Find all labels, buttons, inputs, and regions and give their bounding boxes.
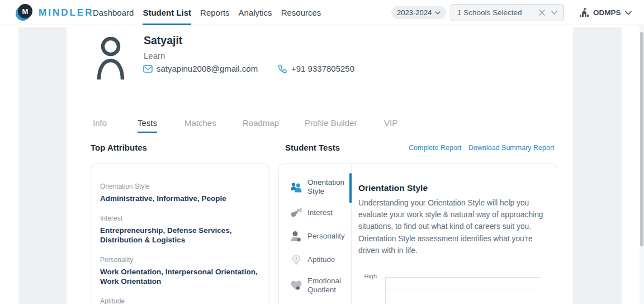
test-nav-orientation-style[interactable]: Orientation Style <box>279 173 351 201</box>
attribute-label: Aptitude <box>100 297 260 304</box>
student-avatar <box>96 35 125 79</box>
test-nav-label: Orientation Style <box>307 178 351 196</box>
attribute-aptitude: Aptitude <box>100 297 260 304</box>
chevron-down-icon <box>435 11 441 15</box>
test-nav-aptitude[interactable]: Aptitude <box>279 248 351 272</box>
test-detail-panel: Orientation Style Understanding your Ori… <box>358 183 548 304</box>
attribute-label: Orientation Style <box>100 183 260 190</box>
person-icon <box>290 231 302 242</box>
account-label: ODMPS <box>593 8 621 17</box>
tab-info[interactable]: Info <box>93 115 107 133</box>
chart-gridline <box>385 289 541 289</box>
chart-gridline <box>385 301 541 301</box>
logo-letter: M <box>22 7 29 16</box>
schools-selector[interactable]: 1 Schools Selected <box>451 4 564 21</box>
student-plan: Learn <box>144 51 165 60</box>
test-nav-sidebar: Orientation Style Interest <box>279 164 352 304</box>
page-margin-left <box>18 27 67 304</box>
test-nav-label: Aptitude <box>307 255 335 264</box>
attribute-personality: Personality Work Orientation, Interperso… <box>100 256 260 286</box>
interest-icon <box>290 207 302 218</box>
active-test-indicator <box>349 173 352 203</box>
orientation-style-chart: High <box>358 270 548 304</box>
attribute-label: Personality <box>100 256 260 264</box>
email-icon <box>143 65 153 73</box>
scrollbar-track[interactable] <box>640 0 644 304</box>
attribute-value: Administrative, Informative, People <box>100 194 260 203</box>
top-attributes-title: Top Attributes <box>91 143 147 152</box>
brand-wordmark: MINDLER <box>39 7 93 18</box>
student-tests-title: Student Tests <box>285 143 340 152</box>
attribute-orientation-style: Orientation Style Administrative, Inform… <box>100 183 260 203</box>
chart-gridline <box>385 277 541 278</box>
people-icon <box>290 181 302 193</box>
test-detail-description: Understanding your Orientation Style wil… <box>358 197 545 256</box>
test-detail-title: Orientation Style <box>358 183 548 193</box>
download-summary-report-link[interactable]: Download Summary Report <box>468 144 555 152</box>
chart-y-axis <box>385 277 386 304</box>
tab-profile-builder[interactable]: Profile Builder <box>305 115 357 133</box>
student-tests-card: Orientation Style Interest <box>278 163 557 304</box>
app-window: M MINDLER Dashboard Student List Reports… <box>0 0 644 304</box>
test-nav-emotional-quotient[interactable]: Emotional Quotient <box>279 272 351 300</box>
scrollbar-thumb[interactable] <box>640 32 643 246</box>
complete-report-link[interactable]: Complete Report <box>409 144 462 152</box>
year-selector-value: 2023-2024 <box>397 8 432 17</box>
chevron-down-icon[interactable] <box>551 11 557 15</box>
nav-resources[interactable]: Resources <box>281 0 321 25</box>
schools-selector-value: 1 Schools Selected <box>457 8 538 17</box>
attribute-label: Interest <box>100 214 260 222</box>
account-menu[interactable]: ODMPS <box>579 0 632 25</box>
nav-student-list[interactable]: Student List <box>143 0 191 25</box>
test-nav-label: Interest <box>307 208 333 217</box>
year-selector[interactable]: 2023-2024 <box>391 6 446 19</box>
attribute-value: Work Orientation, Interpersonal Orientat… <box>100 267 260 286</box>
tab-tests[interactable]: Tests <box>138 115 157 133</box>
tab-vip[interactable]: VIP <box>384 115 397 133</box>
brand[interactable]: M MINDLER <box>16 0 93 25</box>
student-email[interactable]: satyapinu2008@gmail.com <box>157 64 258 73</box>
test-nav-interest[interactable]: Interest <box>279 201 351 225</box>
tab-roadmap[interactable]: Roadmap <box>243 115 279 133</box>
main-nav: Dashboard Student List Reports Analytics… <box>93 0 321 25</box>
lightbulb-icon <box>290 254 302 265</box>
top-navbar: M MINDLER Dashboard Student List Reports… <box>0 0 644 25</box>
nav-dashboard[interactable]: Dashboard <box>93 0 134 25</box>
test-nav-label: Personality <box>307 232 345 241</box>
student-phone[interactable]: +91 9337805250 <box>291 64 354 73</box>
tab-matches[interactable]: Matches <box>184 115 216 133</box>
clear-icon[interactable] <box>538 9 546 16</box>
test-nav-label: Emotional Quotient <box>307 277 351 294</box>
nav-analytics[interactable]: Analytics <box>239 0 272 25</box>
nav-reports[interactable]: Reports <box>200 0 230 25</box>
student-name: Satyajit <box>144 34 182 47</box>
test-nav-personality[interactable]: Personality <box>279 225 351 248</box>
attribute-value: Entrepreneurship, Defense Services, Dist… <box>100 226 260 245</box>
attribute-interest: Interest Entrepreneurship, Defense Servi… <box>100 214 260 245</box>
heart-icon <box>290 280 302 291</box>
chart-y-tick-high: High <box>358 273 377 279</box>
top-attributes-card: Orientation Style Administrative, Inform… <box>91 163 269 304</box>
phone-icon <box>278 64 287 73</box>
mindler-logo-icon: M <box>16 4 33 21</box>
chevron-down-icon <box>625 11 632 15</box>
school-building-icon <box>579 8 589 17</box>
page-margin-right <box>573 27 622 304</box>
